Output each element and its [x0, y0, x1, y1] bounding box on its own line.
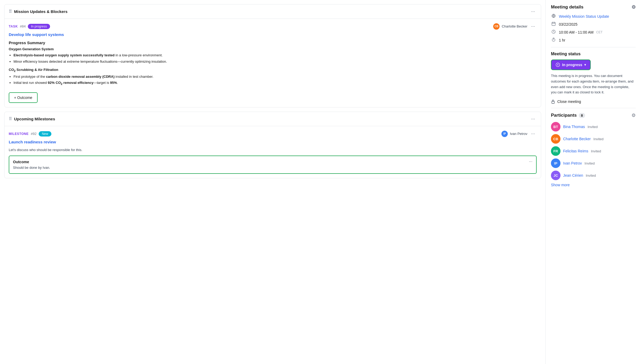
- meeting-status-title: Meeting status: [551, 52, 636, 56]
- outcome-btn-label: + Outcome: [14, 95, 32, 100]
- meeting-link-row: Weekly Mission Status Update: [551, 14, 636, 19]
- more-button-task[interactable]: ···: [529, 23, 537, 30]
- avatar-charlotte-sidebar: CB: [551, 134, 560, 144]
- participants-section: Participants 8 ⚙ BT Bina Thomas Invited …: [551, 112, 636, 187]
- agenda-card-title-milestones: ⠿ Upcoming Milestones: [9, 116, 55, 121]
- meeting-status-section: Meeting status In progress ▾ This meetin…: [551, 52, 636, 104]
- milestone-content: MILESTONE #92 New IP Ivan Petrov ··· Lau…: [5, 126, 541, 178]
- divider-2: [551, 108, 636, 108]
- meeting-link[interactable]: Weekly Mission Status Update: [559, 14, 609, 19]
- outcome-card-more-button[interactable]: ···: [528, 159, 533, 165]
- avatar-bina: BT: [551, 122, 560, 131]
- outcome-card-text: Should be done by Ivan.: [13, 166, 532, 170]
- meeting-date-row: 03/22/2025: [551, 22, 636, 27]
- co2-bullets: First prototype of the carbon dioxide re…: [9, 74, 537, 86]
- ogs-bullet-2: Minor efficiency losses detected at extr…: [14, 59, 537, 64]
- agenda-card-header-milestones: ⠿ Upcoming Milestones ···: [5, 112, 541, 126]
- participant-name-felicitas[interactable]: Felicitas Reims: [563, 149, 588, 153]
- agenda-card-header-mission: ⠿ Mission Updates & Blockers ···: [5, 4, 541, 19]
- participant-row-bina: BT Bina Thomas Invited: [551, 122, 636, 131]
- co2-bullet-2: Initial test run showed 92% CO2 removal …: [14, 80, 537, 86]
- close-meeting-label: Close meeting: [557, 99, 581, 104]
- milestone-assignee: Ivan Petrov: [510, 132, 527, 136]
- participant-row-charlotte: CB Charlotte Becker Invited: [551, 134, 636, 144]
- svg-rect-5: [552, 101, 554, 103]
- add-outcome-button[interactable]: + Outcome: [9, 92, 38, 103]
- participant-count: 8: [579, 113, 585, 118]
- clock-icon: [551, 30, 556, 35]
- status-label: In progress: [562, 63, 582, 67]
- participants-title: Participants 8: [551, 113, 585, 118]
- meeting-duration: 1 hr: [559, 38, 565, 42]
- participant-name-jean[interactable]: Jean Cérien: [563, 173, 583, 178]
- task-content-mission: TASK #84 In progress CB Charlotte Becker…: [5, 19, 541, 107]
- meeting-timezone: CET: [596, 30, 603, 34]
- meeting-details-title: Meeting details: [551, 4, 584, 10]
- meeting-details-title-row: Meeting details ⚙: [551, 4, 636, 10]
- outcome-card: Outcome Should be done by Ivan. ···: [9, 156, 537, 174]
- drag-handle-mission[interactable]: ⠿: [9, 9, 12, 14]
- drag-handle-milestones[interactable]: ⠿: [9, 116, 12, 121]
- avatar-ivan-sidebar: IP: [551, 158, 560, 168]
- main-content: ⠿ Mission Updates & Blockers ··· TASK #8…: [0, 0, 546, 364]
- svg-rect-1: [552, 22, 555, 26]
- sidebar: Meeting details ⚙ Weekly Mission Status …: [546, 0, 641, 364]
- participant-row-jean: JC Jean Cérien Invited: [551, 171, 636, 180]
- co2-bullet-1: First prototype of the carbon dioxide re…: [14, 74, 537, 79]
- participant-status-ivan: Invited: [585, 161, 595, 165]
- meeting-time: 10:00 AM - 11:00 AM: [559, 30, 594, 34]
- task-badge-in-progress: In progress: [28, 24, 50, 29]
- participant-status-charlotte: Invited: [593, 137, 603, 141]
- agenda-card-milestones: ⠿ Upcoming Milestones ··· MILESTONE #92 …: [4, 112, 541, 178]
- participants-title-text: Participants: [551, 113, 577, 118]
- divider-1: [551, 47, 636, 47]
- progress-summary: Progress Summary Oxygen Generation Syste…: [9, 40, 537, 86]
- gear-icon-participants[interactable]: ⚙: [631, 112, 636, 118]
- ogs-bullet-1: Electrolysis-based oxygen supply system …: [14, 53, 537, 58]
- avatar-ivan: IP: [501, 131, 508, 137]
- task-link[interactable]: Develop life support systems: [9, 32, 537, 37]
- lock-icon: [551, 99, 555, 104]
- participant-name-bina[interactable]: Bina Thomas: [563, 125, 585, 129]
- participant-name-charlotte[interactable]: Charlotte Becker: [563, 137, 591, 141]
- milestone-meta-right: IP Ivan Petrov ···: [501, 130, 537, 137]
- task-meta-right: CB Charlotte Becker ···: [493, 23, 537, 30]
- avatar-felicitas: FR: [551, 146, 560, 156]
- more-button-milestone[interactable]: ···: [529, 130, 537, 137]
- agenda-card-title-mission: ⠿ Mission Updates & Blockers: [9, 9, 68, 14]
- section-title-milestones: Upcoming Milestones: [14, 117, 55, 121]
- more-button-mission[interactable]: ···: [529, 8, 537, 15]
- task-type-label: TASK: [9, 25, 18, 28]
- agenda-card-mission-updates: ⠿ Mission Updates & Blockers ··· TASK #8…: [4, 4, 541, 107]
- task-number: #84: [20, 24, 26, 28]
- task-assignee: Charlotte Becker: [502, 24, 527, 28]
- in-progress-button[interactable]: In progress ▾: [551, 60, 591, 70]
- meeting-duration-row: 1 hr: [551, 38, 636, 43]
- outcome-card-title: Outcome: [13, 160, 532, 164]
- ogs-bullets: Electrolysis-based oxygen supply system …: [9, 53, 537, 64]
- progress-title: Progress Summary: [9, 40, 537, 45]
- milestone-link[interactable]: Launch readiness review: [9, 140, 537, 144]
- participant-name-ivan[interactable]: Ivan Petrov: [563, 161, 582, 165]
- milestone-meta: MILESTONE #92 New IP Ivan Petrov ···: [9, 130, 537, 137]
- play-icon: [556, 63, 560, 67]
- more-button-milestones[interactable]: ···: [529, 116, 537, 122]
- participant-status-jean: Invited: [586, 174, 596, 178]
- timer-icon: [551, 38, 556, 43]
- participant-row-ivan: IP Ivan Petrov Invited: [551, 158, 636, 168]
- co2-title: CO2 Scrubbing & Air Filtration: [9, 68, 537, 72]
- avatar-jean: JC: [551, 171, 560, 180]
- milestone-type-label: MILESTONE: [9, 132, 29, 136]
- section-title-mission: Mission Updates & Blockers: [14, 9, 68, 14]
- milestone-description: Let's discuss who should be responsible …: [9, 148, 537, 152]
- gear-icon-meeting-details[interactable]: ⚙: [631, 4, 636, 10]
- meeting-time-row: 10:00 AM - 11:00 AM CET: [551, 30, 636, 35]
- milestone-meta-left: MILESTONE #92 New: [9, 131, 51, 136]
- show-more-button[interactable]: Show more: [551, 183, 636, 187]
- close-meeting-row[interactable]: Close meeting: [551, 99, 636, 104]
- participant-status-bina: Invited: [587, 125, 598, 129]
- task-meta: TASK #84 In progress CB Charlotte Becker…: [9, 23, 537, 30]
- meeting-link-icon: [551, 14, 556, 19]
- milestone-badge-new: New: [39, 131, 51, 136]
- ogs-title: Oxygen Generation System: [9, 47, 537, 51]
